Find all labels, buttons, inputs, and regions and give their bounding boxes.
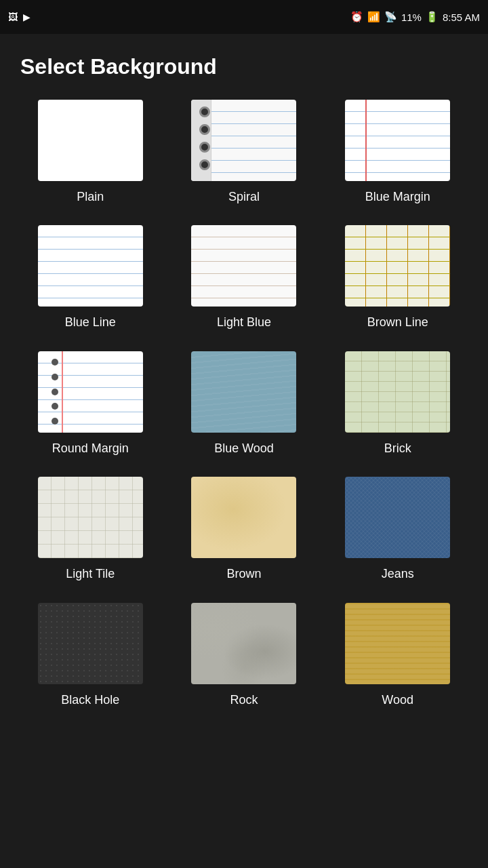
background-label-round-margin: Round Margin <box>52 441 129 456</box>
background-label-wood: Wood <box>382 692 413 708</box>
background-label-light-blue: Light Blue <box>217 315 271 330</box>
background-label-plain: Plain <box>77 189 104 205</box>
background-item-spiral[interactable]: Spiral <box>174 100 314 205</box>
background-item-black-hole[interactable]: Black Hole <box>20 603 161 708</box>
status-bar: 🖼 ▶ ⏰ 📶 📡 11% 🔋 8:55 AM <box>0 0 488 34</box>
background-label-brick: Brick <box>384 441 411 456</box>
status-right: ⏰ 📶 📡 11% 🔋 8:55 AM <box>350 11 480 23</box>
background-item-brick[interactable]: Brick <box>327 351 468 456</box>
status-left: 🖼 ▶ <box>8 12 30 22</box>
background-label-brown: Brown <box>226 566 261 582</box>
background-item-brown-line[interactable]: Brown Line <box>327 225 468 330</box>
video-icon: ▶ <box>23 12 30 22</box>
signal-icon: 📡 <box>384 11 397 23</box>
main-content: Select Background Plain Spiral Blue Marg… <box>0 34 488 868</box>
background-item-light-tile[interactable]: Light Tile <box>20 477 161 582</box>
background-label-spiral: Spiral <box>228 189 260 205</box>
background-item-blue-margin[interactable]: Blue Margin <box>327 100 468 205</box>
wifi-icon: 📶 <box>367 11 380 23</box>
background-item-wood[interactable]: Wood <box>327 603 468 708</box>
alarm-icon: ⏰ <box>350 11 363 23</box>
background-label-blue-line: Blue Line <box>65 315 116 330</box>
background-grid: Plain Spiral Blue Margin Blue Line Light… <box>20 100 468 708</box>
background-label-black-hole: Black Hole <box>61 692 119 708</box>
time-label: 8:55 AM <box>443 12 480 23</box>
battery-label: 11% <box>401 12 422 23</box>
background-item-blue-wood[interactable]: Blue Wood <box>174 351 314 456</box>
background-label-blue-margin: Blue Margin <box>365 189 430 205</box>
background-item-round-margin[interactable]: Round Margin <box>20 351 161 456</box>
battery-icon: 🔋 <box>426 11 439 23</box>
background-item-brown[interactable]: Brown <box>174 477 314 582</box>
background-label-light-tile: Light Tile <box>66 566 115 582</box>
background-label-jeans: Jeans <box>382 566 414 582</box>
background-item-blue-line[interactable]: Blue Line <box>20 225 161 330</box>
background-item-light-blue[interactable]: Light Blue <box>174 225 314 330</box>
background-item-jeans[interactable]: Jeans <box>327 477 468 582</box>
background-label-blue-wood: Blue Wood <box>214 441 274 456</box>
photo-icon: 🖼 <box>8 12 18 22</box>
background-item-plain[interactable]: Plain <box>20 100 161 205</box>
background-label-brown-line: Brown Line <box>367 315 428 330</box>
background-label-rock: Rock <box>230 692 258 708</box>
background-item-rock[interactable]: Rock <box>174 603 314 708</box>
page-title: Select Background <box>20 54 468 79</box>
